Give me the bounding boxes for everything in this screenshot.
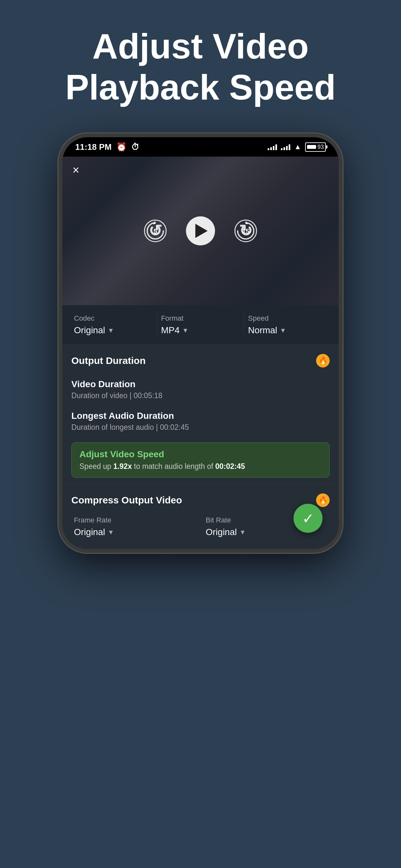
battery-icon: 93 xyxy=(305,143,326,152)
rewind-button[interactable]: 5 xyxy=(144,220,166,242)
forward-button[interactable]: 15 xyxy=(235,220,257,242)
codec-selector[interactable]: Codec Original ▼ xyxy=(70,312,157,338)
compress-fire-badge: 🔥 xyxy=(316,493,330,507)
frame-rate-value: Original ▼ xyxy=(74,527,195,537)
notch xyxy=(168,137,233,148)
status-left: 11:18 PM ⏰ ⏱ xyxy=(75,142,140,152)
adjust-speed-title: Adjust Video Speed xyxy=(80,449,321,460)
codec-dropdown-arrow: ▼ xyxy=(107,327,114,334)
volume-down-button xyxy=(58,247,60,273)
play-button[interactable] xyxy=(186,216,215,245)
alarm-icon: ⏰ xyxy=(116,142,127,152)
video-duration-item: Video Duration Duration of video | 00:05… xyxy=(71,374,330,406)
page-title: Adjust Video Playback Speed xyxy=(0,0,401,127)
check-icon: ✓ xyxy=(302,510,314,527)
bit-rate-dropdown-arrow: ▼ xyxy=(239,529,246,536)
video-player: × 5 xyxy=(62,157,339,305)
video-background: × 5 xyxy=(62,157,339,305)
video-duration-sub: Duration of video | 00:05:18 xyxy=(71,392,330,400)
output-duration-section: Output Duration 🔥 Video Duration Duratio… xyxy=(62,345,339,484)
confirm-fab[interactable]: ✓ xyxy=(294,504,322,533)
frame-rate-dropdown-arrow: ▼ xyxy=(107,529,114,536)
format-label: Format xyxy=(161,314,240,322)
speed-label: Speed xyxy=(248,314,327,322)
audio-duration-item: Longest Audio Duration Duration of longe… xyxy=(71,406,330,437)
volume-mute-button xyxy=(58,189,60,208)
wifi-icon: ▲ xyxy=(294,143,301,151)
phone-body: 11:18 PM ⏰ ⏱ ▲ 93 xyxy=(58,133,343,553)
signal-strength-icon xyxy=(268,144,277,150)
speed-selector[interactable]: Speed Normal ▼ xyxy=(244,312,331,338)
audio-duration-title: Longest Audio Duration xyxy=(71,411,330,421)
player-controls: 5 15 xyxy=(144,216,257,245)
video-duration-title: Video Duration xyxy=(71,379,330,390)
status-right: ▲ 93 xyxy=(268,143,326,152)
battery-level: 93 xyxy=(317,144,324,151)
format-selector[interactable]: Format MP4 ▼ xyxy=(157,312,244,338)
fire-badge: 🔥 xyxy=(316,354,330,368)
timer-icon: ⏱ xyxy=(131,142,140,152)
forward-seconds: 15 xyxy=(242,228,249,235)
phone-mockup: 11:18 PM ⏰ ⏱ ▲ 93 xyxy=(0,127,401,553)
volume-up-button xyxy=(58,215,60,241)
export-settings-panel: Codec Original ▼ Format MP4 ▼ Spee xyxy=(62,305,339,345)
signal-strength-2-icon xyxy=(281,144,290,150)
close-button[interactable]: × xyxy=(69,163,83,177)
compress-output-title: Compress Output Video xyxy=(71,495,182,506)
power-button xyxy=(341,228,343,270)
clock: 11:18 PM xyxy=(75,142,112,152)
adjust-speed-card[interactable]: Adjust Video Speed Speed up 1.92x to mat… xyxy=(71,442,330,477)
format-value: MP4 ▼ xyxy=(161,325,240,336)
codec-value: Original ▼ xyxy=(74,325,153,336)
format-dropdown-arrow: ▼ xyxy=(182,327,189,334)
audio-length-time: 00:02:45 xyxy=(215,462,245,470)
status-bar: 11:18 PM ⏰ ⏱ ▲ 93 xyxy=(62,137,339,157)
rewind-seconds: 5 xyxy=(153,228,157,235)
speed-dropdown-arrow: ▼ xyxy=(280,327,286,334)
frame-rate-selector[interactable]: Frame Rate Original ▼ xyxy=(69,514,201,540)
frame-rate-label: Frame Rate xyxy=(74,516,195,524)
adjust-speed-description: Speed up 1.92x to match audio length of … xyxy=(80,462,321,471)
phone-screen: 11:18 PM ⏰ ⏱ ▲ 93 xyxy=(62,137,339,549)
speed-value: Normal ▼ xyxy=(248,325,327,336)
output-duration-title: Output Duration xyxy=(71,355,146,366)
audio-duration-sub: Duration of longest audio | 00:02:45 xyxy=(71,423,330,432)
play-icon xyxy=(195,224,208,238)
output-duration-content: Video Duration Duration of video | 00:05… xyxy=(62,374,339,484)
codec-label: Codec xyxy=(74,314,153,322)
output-duration-header: Output Duration 🔥 xyxy=(62,345,339,374)
speed-multiplier: 1.92x xyxy=(113,462,132,470)
